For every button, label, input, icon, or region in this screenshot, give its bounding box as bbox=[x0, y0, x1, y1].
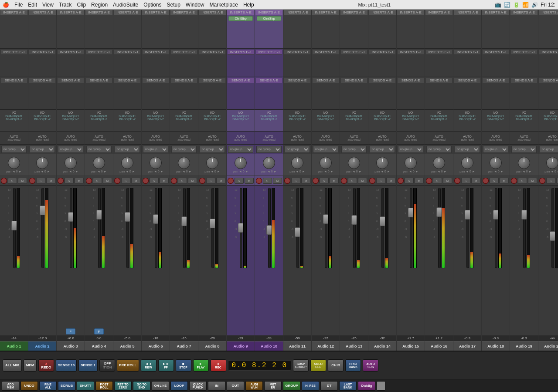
menu-clip[interactable]: Clip bbox=[77, 2, 86, 8]
sends-ae-label-6[interactable]: SENDS A-E bbox=[143, 78, 169, 83]
group-select-17[interactable]: no group bbox=[455, 146, 480, 153]
solo-btn-17[interactable]: S bbox=[461, 178, 470, 184]
inserts-fj-label-18[interactable]: INSERTS F-J bbox=[483, 50, 509, 55]
sends-ae-label-9[interactable]: SENDS A-E bbox=[228, 78, 254, 83]
group-select-4[interactable]: no group bbox=[86, 146, 112, 153]
io-label-17[interactable]: I/O bbox=[465, 111, 470, 115]
solo-cll-button[interactable]: SOLO CLL bbox=[310, 359, 326, 372]
mute-btn-12[interactable]: M bbox=[330, 178, 339, 184]
auto-label-18[interactable]: AUTO bbox=[491, 135, 500, 138]
mute-btn-15[interactable]: M bbox=[415, 178, 424, 184]
auto-label-20[interactable]: AUTO bbox=[548, 135, 556, 138]
rec-btn-14[interactable] bbox=[369, 178, 375, 184]
auto-label-13[interactable]: AUTO bbox=[350, 135, 358, 138]
auto-label-8[interactable]: AUTO bbox=[208, 135, 216, 138]
solo-btn-3[interactable]: S bbox=[65, 178, 74, 184]
auto-label-16[interactable]: AUTO bbox=[435, 135, 443, 138]
sends-ae-label-10[interactable]: SENDS A-E bbox=[256, 78, 282, 83]
rec-btn-1[interactable] bbox=[1, 178, 7, 184]
inserts-fj-label-13[interactable]: INSERTS F-J bbox=[341, 50, 367, 55]
inserts-fj-label-6[interactable]: INSERTS F-J bbox=[143, 50, 169, 55]
fine-all-button[interactable]: FINEALL bbox=[39, 381, 57, 391]
io-label-3[interactable]: I/O bbox=[68, 111, 73, 115]
sense10-button[interactable]: SENSE 10 bbox=[56, 359, 77, 372]
solo-btn-5[interactable]: S bbox=[121, 178, 130, 184]
mute-btn-6[interactable]: M bbox=[160, 178, 169, 184]
group-select-19[interactable]: no group bbox=[511, 146, 537, 153]
auto-label-3[interactable]: AUTO bbox=[66, 135, 75, 138]
inserts-ae-label-14[interactable]: INSERTS A-E bbox=[369, 10, 396, 15]
sends-ae-label-12[interactable]: SENDS A-E bbox=[313, 78, 339, 83]
pan-knob-2[interactable] bbox=[36, 157, 48, 169]
io-label-18[interactable]: I/O bbox=[493, 111, 498, 115]
pan-knob-6[interactable] bbox=[150, 157, 162, 169]
menu-edit[interactable]: Edit bbox=[28, 2, 37, 8]
inserts-ae-label-18[interactable]: INSERTS A-E bbox=[482, 10, 509, 15]
mute-btn-14[interactable]: M bbox=[386, 178, 395, 184]
inserts-ae-label-4[interactable]: INSERTS A-E bbox=[85, 10, 112, 15]
auto-label-9[interactable]: AUTO bbox=[236, 135, 245, 138]
pan-knob-3[interactable] bbox=[65, 157, 77, 169]
io-label-19[interactable]: I/O bbox=[522, 111, 527, 115]
io-label-11[interactable]: I/O bbox=[295, 111, 300, 115]
hi-res-button[interactable]: HI-RES bbox=[302, 381, 319, 391]
menu-help[interactable]: Help bbox=[243, 2, 254, 8]
solo-btn-7[interactable]: S bbox=[178, 178, 187, 184]
ch-r-button[interactable]: CH R bbox=[328, 359, 344, 372]
solo-btn-16[interactable]: S bbox=[433, 178, 442, 184]
sends-ae-label-8[interactable]: SENDS A-E bbox=[199, 78, 225, 83]
group-select-16[interactable]: no group bbox=[426, 146, 452, 153]
auto-label-19[interactable]: AUTO bbox=[520, 135, 528, 138]
group-select-9[interactable]: no group bbox=[228, 146, 253, 153]
auto-label-14[interactable]: AUTO bbox=[378, 135, 386, 138]
auto-label-2[interactable]: AUTO bbox=[38, 135, 46, 138]
sends-ae-label-2[interactable]: SENDS A-E bbox=[29, 78, 55, 83]
f-btn-4[interactable]: F bbox=[94, 328, 104, 335]
solo-btn-9[interactable]: S bbox=[235, 178, 244, 184]
inserts-fj-label-2[interactable]: INSERTS F-J bbox=[29, 50, 55, 55]
mute-btn-3[interactable]: M bbox=[75, 178, 84, 184]
quick-punch-button[interactable]: QUICKPUNCH bbox=[189, 381, 207, 391]
rec-btn-11[interactable] bbox=[284, 178, 290, 184]
inserts-fj-label-7[interactable]: INSERTS F-J bbox=[171, 50, 197, 55]
rec-btn-15[interactable] bbox=[398, 178, 404, 184]
inserts-fj-label-16[interactable]: INSERTS F-J bbox=[426, 50, 452, 55]
group-select-7[interactable]: no group bbox=[171, 146, 197, 153]
channel-name-20[interactable]: Audio 20 bbox=[538, 341, 558, 351]
menu-audiosuite[interactable]: AudioSuite bbox=[113, 2, 138, 8]
rec-btn-8[interactable] bbox=[199, 178, 205, 184]
sense1-button[interactable]: SENSE 1 bbox=[78, 359, 98, 372]
inserts-ae-label-8[interactable]: INSERTS A-E bbox=[199, 10, 226, 15]
auto-sus-button[interactable]: AUTO SUS bbox=[363, 359, 378, 372]
io-label-2[interactable]: I/O bbox=[40, 111, 45, 115]
rec-btn-3[interactable] bbox=[58, 178, 64, 184]
last-bank-button[interactable]: LASTBANK bbox=[339, 381, 357, 391]
pan-knob-20[interactable] bbox=[546, 157, 558, 169]
group-select-13[interactable]: no group bbox=[341, 146, 367, 153]
rec-btn-13[interactable] bbox=[341, 178, 347, 184]
sends-ae-label-14[interactable]: SENDS A-E bbox=[369, 78, 395, 83]
io-label-15[interactable]: I/O bbox=[408, 111, 413, 115]
sends-ae-label-16[interactable]: SENDS A-E bbox=[426, 78, 452, 83]
solo-btn-1[interactable]: S bbox=[8, 178, 17, 184]
group-select-18[interactable]: no group bbox=[483, 146, 508, 153]
solo-btn-8[interactable]: S bbox=[206, 178, 215, 184]
pan-knob-9[interactable] bbox=[235, 157, 247, 169]
io-label-7[interactable]: I/O bbox=[182, 111, 187, 115]
susp-group-button[interactable]: SUSP GROUP bbox=[293, 359, 309, 372]
mute-btn-16[interactable]: M bbox=[443, 178, 452, 184]
io-label-20[interactable]: I/O bbox=[550, 111, 555, 115]
auto-label-7[interactable]: AUTO bbox=[180, 135, 188, 138]
auto-label-4[interactable]: AUTO bbox=[95, 135, 103, 138]
group-button[interactable]: GROUP bbox=[283, 381, 300, 391]
post-roll-button[interactable]: POSTROLL bbox=[95, 381, 113, 391]
auto-label-11[interactable]: AUTO bbox=[293, 135, 301, 138]
inserts-ae-label-16[interactable]: INSERTS A-E bbox=[425, 10, 453, 15]
io-label-13[interactable]: I/O bbox=[352, 111, 357, 115]
io-label-14[interactable]: I/O bbox=[380, 111, 385, 115]
menu-options[interactable]: Options bbox=[143, 2, 161, 8]
inserts-fj-label-11[interactable]: INSERTS F-J bbox=[284, 50, 310, 55]
group-select-14[interactable]: no group bbox=[370, 146, 395, 153]
group-select-20[interactable]: no group bbox=[540, 146, 558, 153]
channel-name-11[interactable]: Audio 11 bbox=[283, 341, 311, 351]
